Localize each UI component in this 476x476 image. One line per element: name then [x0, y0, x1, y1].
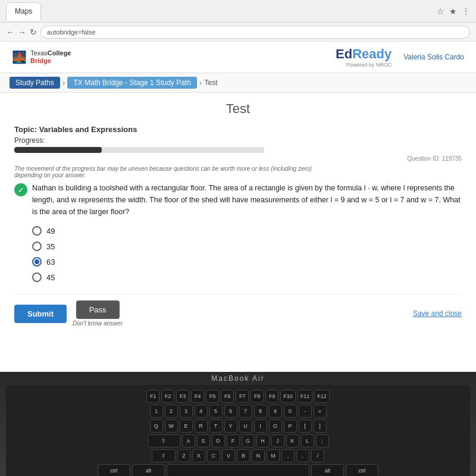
question-icon: ✓ [14, 183, 27, 196]
key-comma[interactable]: , [281, 449, 295, 462]
key-x[interactable]: X [192, 449, 205, 462]
progress-label: Progress: [14, 136, 462, 145]
key-f5[interactable]: F5 [206, 390, 219, 403]
refresh-icon[interactable]: ↻ [30, 27, 37, 37]
key-shift-left[interactable]: ⇧ [152, 449, 176, 462]
key-s[interactable]: S [197, 434, 210, 447]
key-capslock[interactable]: ⇪ [148, 434, 180, 447]
key-7[interactable]: 7 [239, 405, 252, 418]
key-l[interactable]: L [301, 434, 314, 447]
key-1[interactable]: 1 [150, 405, 163, 418]
key-o[interactable]: O [269, 419, 282, 433]
key-2[interactable]: 2 [165, 405, 178, 418]
radio-btn-3[interactable] [32, 257, 42, 267]
bookmark-icon[interactable]: ☆ [437, 7, 444, 16]
key-slash[interactable]: / [311, 449, 324, 462]
key-n[interactable]: N [252, 449, 265, 462]
key-z[interactable]: Z [177, 449, 190, 462]
radio-btn-2[interactable] [32, 242, 42, 251]
save-close-link[interactable]: Save and close [413, 309, 462, 318]
key-p[interactable]: P [284, 419, 297, 433]
browser-tabs: Maps [6, 0, 41, 22]
answer-label-3: 63 [46, 258, 55, 267]
browser-tab[interactable]: Maps [6, 2, 41, 20]
key-f2[interactable]: F2 [161, 390, 174, 403]
user-name: Valeria Solis Cardo [403, 53, 464, 61]
radio-btn-4[interactable] [32, 273, 42, 282]
key-6[interactable]: 6 [224, 405, 237, 418]
key-lbracket[interactable]: [ [299, 419, 312, 433]
key-f11[interactable]: F11 [298, 390, 313, 403]
key-f6[interactable]: F6 [221, 390, 234, 403]
forward-icon[interactable]: → [18, 27, 26, 37]
edready-ed: Ed [336, 46, 352, 61]
key-equals[interactable]: = [314, 405, 327, 418]
answer-choice-2[interactable]: 35 [32, 242, 462, 251]
answer-label-2: 35 [46, 242, 55, 251]
key-alt-right[interactable]: alt [311, 464, 344, 476]
url-input[interactable] [40, 26, 470, 39]
answer-choice-4[interactable]: 45 [32, 273, 462, 282]
key-y[interactable]: Y [224, 419, 237, 433]
key-d[interactable]: D [212, 434, 225, 447]
action-row: Submit Pass Don't know answer Save and c… [14, 294, 462, 327]
key-0[interactable]: 0 [284, 405, 297, 418]
key-e[interactable]: E [180, 419, 193, 433]
key-alt[interactable]: alt [132, 464, 165, 476]
key-a[interactable]: A [182, 434, 195, 447]
key-f7[interactable]: F7 [236, 390, 249, 403]
key-space[interactable] [167, 464, 309, 476]
key-semicolon[interactable]: ; [316, 434, 329, 447]
key-u[interactable]: U [239, 419, 252, 433]
key-v[interactable]: V [222, 449, 235, 462]
answer-choice-1[interactable]: 49 [32, 226, 462, 236]
key-ctrl[interactable]: ctrl [98, 464, 130, 476]
key-q[interactable]: Q [150, 419, 163, 433]
logo-area: 🌉 TexasCollege Bridge [12, 49, 71, 65]
key-i[interactable]: I [254, 419, 267, 433]
key-f3[interactable]: F3 [176, 390, 189, 403]
key-4[interactable]: 4 [195, 405, 208, 418]
answer-choice-3[interactable]: 63 [32, 257, 462, 267]
star-icon[interactable]: ★ [449, 7, 457, 16]
pass-button[interactable]: Pass [76, 300, 120, 319]
key-9[interactable]: 9 [269, 405, 282, 418]
tab-label: Maps [15, 7, 32, 15]
key-f10[interactable]: F10 [280, 390, 296, 403]
key-f9[interactable]: F9 [265, 390, 278, 403]
key-rbracket[interactable]: ] [314, 419, 327, 433]
key-5[interactable]: 5 [209, 405, 223, 418]
key-h[interactable]: H [256, 434, 270, 447]
submit-button[interactable]: Submit [14, 305, 67, 323]
key-c[interactable]: C [207, 449, 220, 462]
key-j[interactable]: J [271, 434, 284, 447]
key-minus[interactable]: - [299, 405, 312, 418]
key-f1[interactable]: F1 [146, 390, 159, 403]
key-f[interactable]: F [227, 434, 240, 447]
question-text: Nathan is building a toolshed with a rec… [32, 182, 461, 218]
breadcrumb-study-paths[interactable]: Study Paths [10, 77, 60, 89]
progress-note: The movement of the progress bar may be … [14, 165, 324, 178]
breadcrumb-tx-math[interactable]: TX Math Bridge - Stage 1 Study Path [67, 77, 196, 89]
laptop-body: MacBook Air F1 F2 F3 F4 F5 F6 F7 F8 F9 F… [0, 372, 476, 476]
key-period[interactable]: . [296, 449, 309, 462]
key-f12[interactable]: F12 [314, 390, 330, 403]
radio-btn-1[interactable] [32, 226, 42, 236]
key-r[interactable]: R [195, 419, 208, 433]
keyboard-row-2: 1 2 3 4 5 6 7 8 9 0 - = [11, 405, 465, 418]
key-t[interactable]: T [209, 419, 223, 433]
key-3[interactable]: 3 [180, 405, 193, 418]
key-w[interactable]: W [165, 419, 178, 433]
menu-icon[interactable]: ⋮ [462, 7, 470, 16]
key-b[interactable]: B [237, 449, 250, 462]
site-header: 🌉 TexasCollege Bridge EdReady Powered by… [0, 42, 476, 73]
logo-college: College [48, 49, 71, 57]
key-f8[interactable]: F8 [250, 390, 264, 403]
back-icon[interactable]: ← [6, 27, 14, 37]
key-8[interactable]: 8 [254, 405, 267, 418]
key-f4[interactable]: F4 [191, 390, 204, 403]
key-m[interactable]: M [267, 449, 280, 462]
key-k[interactable]: K [286, 434, 299, 447]
key-g[interactable]: G [242, 434, 255, 447]
key-ctrl-right[interactable]: ctrl [346, 464, 378, 476]
